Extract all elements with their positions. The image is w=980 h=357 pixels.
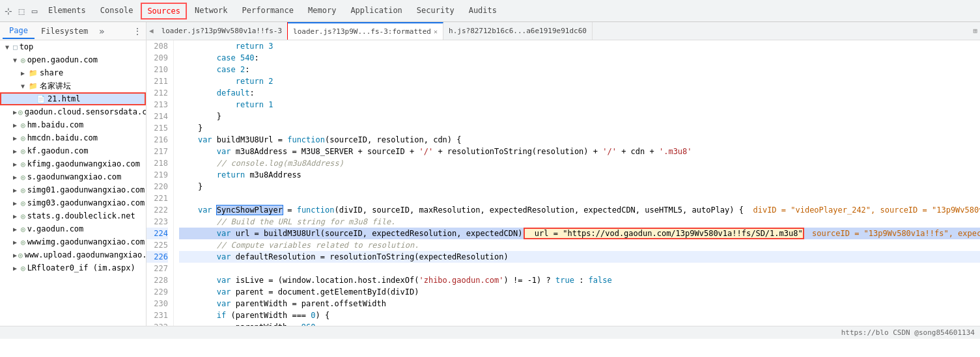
line-num-209: 209 (147, 52, 168, 64)
line-num-212: 212 (147, 87, 168, 99)
tree-item-s-gaodun[interactable]: ▶ ◎ s.gaodunwangxiao.com (0, 170, 146, 183)
domain-icon: ◎ (21, 134, 25, 142)
editor-tab-loader-formatted[interactable]: loader.js?13p9W...fs-3:formatted ✕ (288, 22, 443, 40)
tab-performance[interactable]: Performance (236, 2, 300, 20)
options-icon[interactable]: ⋮ (132, 25, 143, 37)
tab-page[interactable]: Page (3, 23, 35, 39)
tree-label: kf.gaodun.com (27, 146, 89, 155)
line-num-232: 232 (147, 321, 168, 326)
folder-icon: □ (13, 43, 18, 51)
tree-label: hm.baidu.com (27, 120, 84, 129)
tab-label: loader.js?13p9W...fs-3:formatted (293, 27, 431, 36)
code-line-228: var isLive = (window.location.host.index… (179, 274, 980, 286)
tree-label: share (40, 68, 63, 77)
back-nav-icon[interactable]: ◀ (147, 27, 156, 35)
arrow-icon: ▶ (13, 187, 20, 194)
tab-network[interactable]: Network (188, 2, 234, 20)
tree-item-kf-gaodun[interactable]: ▶ ◎ kf.gaodun.com (0, 144, 146, 157)
tree-item-21html[interactable]: ▶ 📄 21.html (0, 92, 146, 105)
expand-icon[interactable]: ⊞ (970, 27, 980, 35)
code-line-231: if (parentWidth === 0) { (179, 310, 980, 321)
arrow-icon: ▼ (13, 57, 20, 64)
tree-item-lrfloater[interactable]: ▶ ◎ LRfloater0_if (im.aspx) (0, 261, 146, 274)
tree-item-mingjiajingtan[interactable]: ▼ 📁 名家讲坛 (0, 79, 146, 92)
tree-item-gaodun-cloud[interactable]: ▶ ◎ gaodun.cloud.sensorsdata.cn:400 (0, 105, 146, 118)
domain-icon: ◎ (21, 212, 25, 220)
domain-icon: ◎ (21, 121, 25, 129)
arrow-icon: ▶ (13, 161, 20, 168)
editor-tab-loader1[interactable]: loader.js?13p9Wv580v1a!!fs-3 (156, 22, 288, 40)
code-line-220: } (179, 181, 980, 192)
tree-item-kfimg[interactable]: ▶ ◎ kfimg.gaodunwangxiao.com (0, 157, 146, 170)
close-tab-icon[interactable]: ✕ (434, 28, 438, 35)
line-num-216: 216 (147, 134, 168, 146)
tree-label: www.upload.gaodunwangxiao.cor (25, 250, 147, 259)
tree-item-open-gaodun[interactable]: ▼ ◎ open.gaodun.com (0, 53, 146, 66)
code-panel[interactable]: 208 209 210 211 212 213 214 215 216 217 … (147, 40, 980, 326)
tree-item-share[interactable]: ▶ 📁 share (0, 66, 146, 79)
code-line-212: default: (179, 87, 980, 99)
line-num-231: 231 (147, 310, 168, 321)
line-num-210: 210 (147, 64, 168, 75)
tree-label: wwwimg.gaodunwangxiao.com (27, 237, 145, 246)
tab-elements[interactable]: Elements (42, 2, 92, 20)
code-line-232: parentWidth = 960 (179, 321, 980, 326)
code-line-225: // Compute variables related to resoluti… (179, 239, 980, 251)
arrow-icon: ▼ (21, 83, 27, 90)
tree-item-simg03[interactable]: ▶ ◎ simg03.gaodunwangxiao.com (0, 196, 146, 209)
domain-icon: ◎ (21, 173, 25, 181)
code-line-211: return 2 (179, 75, 980, 87)
tab-sources[interactable]: Sources (141, 3, 187, 20)
code-line-223: // Build the URL string for m3u8 file. (179, 216, 980, 228)
tab-security[interactable]: Security (410, 2, 461, 20)
domain-icon: ◎ (21, 264, 25, 272)
editor-tabs: ◀ loader.js?13p9Wv580v1a!!fs-3 loader.js… (147, 22, 980, 40)
line-num-226: 226 (147, 251, 168, 263)
tree-label: open.gaodun.com (27, 55, 98, 64)
tab-memory[interactable]: Memory (301, 2, 343, 20)
tree-label: v.gaodun.com (27, 224, 84, 233)
tree-label: 21.html (48, 94, 81, 103)
tree-label: hmcdn.baidu.com (27, 133, 98, 142)
code-line-219: return m3u8Address (179, 169, 980, 181)
tree-item-simg01[interactable]: ▶ ◎ simg01.gaodunwangxiao.com (0, 183, 146, 196)
tree-item-stats-doubleclick[interactable]: ▶ ◎ stats.g.doubleclick.net (0, 209, 146, 222)
line-num-214: 214 (147, 111, 168, 122)
tab-audits[interactable]: Audits (462, 2, 503, 20)
more-options-icon[interactable]: » (96, 25, 107, 37)
code-lines: return 3 case 540: case 2: return 2 defa… (174, 40, 980, 326)
domain-icon: ◎ (18, 108, 23, 116)
arrow-icon: ▼ (5, 44, 12, 51)
status-url: https://blo CSDN @song854601134 (841, 328, 975, 337)
tree-item-hmcdn-baidu[interactable]: ▶ ◎ hmcdn.baidu.com (0, 131, 146, 144)
editor-area: ◀ loader.js?13p9Wv580v1a!!fs-3 loader.js… (147, 22, 980, 326)
tree-item-www-upload[interactable]: ▶ ◎ www.upload.gaodunwangxiao.cor (0, 248, 146, 261)
editor-tab-hjs[interactable]: h.js?82712b16c6...a6e1919e91dc60 (443, 22, 593, 40)
line-num-225: 225 (147, 239, 168, 251)
tree-label: LRfloater0_if (im.aspx) (27, 263, 135, 272)
line-num-224: 224 (147, 228, 168, 239)
code-line-210: case 2: (179, 64, 980, 75)
tab-application[interactable]: Application (344, 2, 408, 20)
line-num-222: 222 (147, 204, 168, 216)
code-line-216: var buildM3U8Url = function(sourceID, re… (179, 134, 980, 146)
tree-item-top[interactable]: ▼ □ top (0, 40, 146, 53)
arrow-icon: ▶ (13, 252, 17, 259)
tree-item-wwwimg[interactable]: ▶ ◎ wwwimg.gaodunwangxiao.com (0, 235, 146, 248)
inspect-icon[interactable]: ⬚ (16, 5, 27, 17)
line-num-227: 227 (147, 263, 168, 274)
tree-item-hm-baidu[interactable]: ▶ ◎ hm.baidu.com (0, 118, 146, 131)
cursor-icon[interactable]: ⊹ (3, 5, 14, 17)
tree-label: top (20, 42, 34, 51)
file-icon: 📄 (36, 95, 46, 103)
devtools-toolbar: ⊹ ⬚ ▭ Elements Console Sources Network P… (0, 0, 980, 22)
tab-filesystem[interactable]: Filesystem (35, 24, 94, 38)
tree-item-v-gaodun[interactable]: ▶ ◎ v.gaodun.com (0, 222, 146, 235)
arrow-icon: ▶ (13, 135, 20, 142)
device-icon[interactable]: ▭ (29, 5, 40, 17)
domain-icon: ◎ (21, 225, 25, 233)
line-num-208: 208 (147, 40, 168, 52)
code-line-229: var parent = document.getElementById(div… (179, 286, 980, 298)
tab-console[interactable]: Console (94, 2, 140, 20)
folder-icon: 📁 (29, 82, 38, 90)
